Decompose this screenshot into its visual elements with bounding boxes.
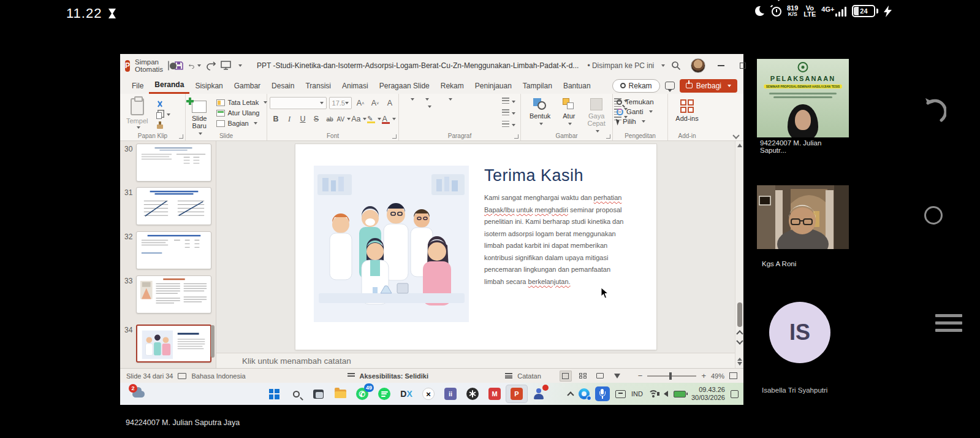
taskbar-search-icon[interactable] — [285, 385, 307, 403]
normal-view-button[interactable] — [560, 371, 572, 382]
screen-share-icon[interactable] — [615, 390, 626, 398]
slide-title[interactable]: Terima Kasih — [484, 166, 583, 185]
arrange-button[interactable]: Atur — [559, 97, 579, 128]
strikethrough-button[interactable]: S — [310, 113, 322, 125]
paragraph-dialog-launcher[interactable] — [514, 134, 518, 139]
notes-up-icon[interactable] — [737, 358, 742, 361]
italic-button[interactable]: I — [283, 113, 295, 125]
tab-peninjauan[interactable]: Peninjauan — [469, 79, 517, 93]
text-direction-button[interactable] — [502, 98, 515, 106]
bold-button[interactable]: B — [270, 113, 282, 125]
underline-button[interactable]: U — [297, 113, 309, 125]
redo-button[interactable] — [206, 60, 216, 72]
font-dialog-launcher[interactable] — [392, 134, 397, 139]
participant-tile-2[interactable]: Kgs A Roni — [757, 182, 849, 276]
select-button[interactable]: Pilih — [615, 117, 665, 126]
tab-rekam[interactable]: Rekam — [435, 79, 469, 93]
maximize-button[interactable] — [736, 59, 750, 72]
minimize-button[interactable] — [714, 59, 727, 72]
whatsapp-icon[interactable]: ✆ 49 — [351, 385, 373, 403]
browser-tray-icon[interactable] — [579, 388, 590, 399]
replace-button[interactable]: Ganti — [615, 107, 665, 117]
dx-app-icon[interactable]: DX — [395, 385, 417, 403]
slide-sorter-view-button[interactable] — [577, 371, 589, 382]
notification-center-icon[interactable] — [731, 390, 739, 398]
widgets-icon[interactable]: 2 — [131, 386, 147, 402]
tab-beranda[interactable]: Beranda — [149, 77, 189, 94]
language-indicator[interactable]: Bahasa Indonesia — [191, 372, 245, 380]
notes-toggle[interactable]: Catatan — [517, 372, 541, 380]
notes-pane[interactable]: Klik untuk menambah catatan — [216, 353, 735, 368]
comments-icon[interactable] — [665, 82, 675, 90]
scroll-up-icon[interactable] — [737, 144, 742, 147]
change-case-button[interactable]: Aa — [352, 113, 367, 125]
keyboard-language[interactable]: IND — [631, 390, 643, 398]
selected-slide-thumbnail[interactable] — [136, 325, 211, 363]
start-button[interactable] — [263, 385, 285, 403]
copy-icon[interactable] — [155, 110, 164, 119]
grow-font-button[interactable]: A˄ — [354, 97, 367, 109]
font-name-input[interactable] — [270, 97, 327, 109]
find-button[interactable]: Temukan — [615, 97, 665, 107]
paste-button[interactable]: Tempel — [123, 97, 151, 130]
circle-control-icon[interactable] — [924, 206, 943, 225]
undo-button[interactable] — [189, 60, 201, 72]
qat-overflow-icon[interactable] — [238, 64, 242, 67]
fit-slide-icon[interactable] — [729, 372, 737, 379]
shadow-button[interactable]: ab — [324, 113, 336, 125]
account-avatar[interactable] — [691, 58, 705, 73]
autosave-toggle[interactable] — [168, 61, 169, 71]
tray-battery-icon[interactable] — [674, 391, 686, 398]
proofing-icon[interactable] — [178, 373, 186, 379]
shrink-font-button[interactable]: A˅ — [369, 97, 381, 109]
new-slide-button[interactable]: SlideBaru — [188, 97, 210, 138]
menu-control-icon[interactable] — [935, 314, 962, 332]
tab-animasi[interactable]: Animasi — [336, 79, 374, 93]
accessibility-status[interactable]: Aksesibilitas: Selidiki — [360, 372, 429, 380]
meeting-app-icon[interactable] — [528, 385, 550, 403]
font-color-button[interactable]: A — [382, 113, 396, 125]
section-button[interactable]: Bagian — [215, 119, 268, 128]
tab-gambar[interactable]: Gambar — [229, 79, 266, 93]
tab-peragaan-slide[interactable]: Peragaan Slide — [374, 79, 435, 93]
system-clock[interactable]: 09.43.2630/03/2026 — [691, 386, 725, 402]
previous-slide-icon[interactable] — [736, 330, 743, 337]
scrollbar-thumb[interactable] — [737, 302, 742, 327]
participant-tile-3[interactable]: IS Isabella Tri Syahputri — [757, 298, 849, 404]
search-icon[interactable] — [670, 60, 682, 72]
zoom-slider-knob[interactable] — [669, 372, 672, 380]
slide-34[interactable]: Terima Kasih Kami sangat menghargai wakt… — [295, 144, 656, 350]
zoom-in-button[interactable]: + — [701, 371, 706, 380]
zoom-slider[interactable] — [647, 375, 696, 377]
cut-icon[interactable] — [155, 99, 164, 108]
next-slide-icon[interactable] — [736, 337, 743, 344]
save-status[interactable]: • Disimpan ke PC ini — [587, 61, 654, 70]
powerpoint-taskbar-icon[interactable]: P — [506, 385, 528, 403]
canvas-scrollbar[interactable] — [735, 141, 743, 368]
speaker-icon[interactable] — [664, 391, 668, 397]
layout-button[interactable]: Tata Letak — [215, 98, 268, 107]
tab-desain[interactable]: Desain — [266, 79, 300, 93]
record-button[interactable]: Rekam — [612, 79, 660, 93]
x-app-icon[interactable]: × — [417, 385, 439, 403]
microphone-active-icon[interactable] — [595, 386, 610, 401]
thumbnail-scrollbar[interactable] — [211, 141, 215, 368]
align-text-button[interactable] — [502, 109, 515, 117]
participant-tile-1[interactable]: PELAKSANAAN SEMINAR PROPOSAL/SEMINAR HAS… — [757, 59, 849, 148]
task-view-icon[interactable] — [307, 385, 329, 403]
collapse-ribbon-icon[interactable] — [732, 132, 739, 139]
zoom-out-button[interactable]: − — [638, 371, 643, 380]
share-button[interactable]: Berbagi — [680, 79, 737, 93]
file-explorer-icon[interactable] — [329, 385, 351, 403]
addins-button[interactable]: Add-ins — [670, 97, 704, 123]
reading-view-button[interactable] — [594, 371, 606, 382]
font-size-input[interactable]: 17.5 — [329, 97, 352, 109]
slideshow-view-button[interactable] — [611, 371, 623, 382]
chatgpt-icon[interactable] — [462, 385, 484, 403]
teams-icon[interactable]: ii — [439, 385, 462, 403]
tab-sisipkan[interactable]: Sisipkan — [189, 79, 228, 93]
zoom-level[interactable]: 49% — [711, 372, 724, 380]
clipboard-dialog-launcher[interactable] — [179, 134, 183, 139]
red-app-icon[interactable]: M — [484, 385, 506, 403]
tab-transisi[interactable]: Transisi — [300, 79, 336, 93]
